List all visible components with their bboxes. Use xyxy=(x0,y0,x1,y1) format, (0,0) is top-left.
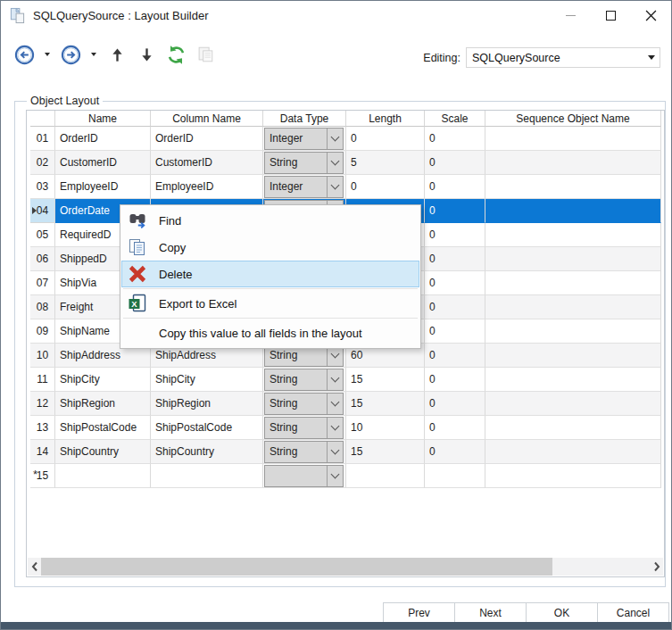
grid-cell-data-type[interactable]: Integer xyxy=(263,127,346,151)
grid-cell-sequence-object-name[interactable] xyxy=(485,319,661,344)
grid-cell-column-name[interactable]: ShipCountry xyxy=(151,440,263,464)
grid-cell-scale[interactable]: 0 xyxy=(425,344,485,368)
row-header[interactable]: 06 xyxy=(30,247,55,271)
table-row[interactable]: 11ShipCityShipCityString150 xyxy=(30,368,661,392)
grid-cell-sequence-object-name[interactable] xyxy=(485,295,661,319)
data-type-dropdown[interactable]: String xyxy=(264,441,344,463)
menu-item-find[interactable]: Find xyxy=(121,207,419,234)
grid-cell-column-name[interactable]: OrderID xyxy=(151,127,263,151)
grid-cell-sequence-object-name[interactable] xyxy=(485,199,661,223)
table-row[interactable]: 02CustomerIDCustomerIDString50 xyxy=(30,151,661,175)
horizontal-scrollbar[interactable] xyxy=(28,558,663,576)
row-header[interactable]: 09 xyxy=(30,319,55,344)
column-header-column-name[interactable]: Column Name xyxy=(151,111,263,127)
table-row[interactable]: 01OrderIDOrderIDInteger00 xyxy=(30,127,661,151)
grid-cell-scale[interactable]: 0 xyxy=(425,247,485,271)
grid-cell-name[interactable] xyxy=(55,464,151,488)
grid-cell-name[interactable]: CustomerID xyxy=(55,151,151,175)
grid-cell-sequence-object-name[interactable] xyxy=(485,392,661,416)
grid-cell-name[interactable]: EmployeeID xyxy=(55,175,151,199)
grid-cell-length[interactable]: 0 xyxy=(346,175,425,199)
scrollbar-track[interactable] xyxy=(41,558,650,576)
grid-cell-sequence-object-name[interactable] xyxy=(485,223,661,247)
chevron-down-icon[interactable] xyxy=(327,394,343,414)
grid-cell-sequence-object-name[interactable] xyxy=(485,440,661,464)
table-row[interactable]: 03EmployeeIDEmployeeIDInteger00 xyxy=(30,175,661,199)
grid-cell-column-name[interactable] xyxy=(151,464,263,488)
grid-cell-length[interactable]: 5 xyxy=(346,151,425,175)
editing-object-dropdown[interactable]: SQLQuerySource xyxy=(466,47,660,68)
grid-cell-scale[interactable]: 0 xyxy=(425,440,485,464)
grid-cell-name[interactable]: ShipPostalCode xyxy=(55,416,151,440)
grid-cell-column-name[interactable]: CustomerID xyxy=(151,151,263,175)
grid-cell-sequence-object-name[interactable] xyxy=(485,151,661,175)
row-header[interactable]: 14 xyxy=(30,440,55,464)
data-type-dropdown[interactable]: Integer xyxy=(264,128,344,150)
grid-cell-data-type[interactable]: String xyxy=(263,368,346,392)
next-button[interactable]: Next xyxy=(454,602,527,624)
menu-item-export-to-excel[interactable]: XExport to Excel xyxy=(121,290,419,317)
column-header-name[interactable]: Name xyxy=(55,111,151,127)
grid-cell-length[interactable]: 15 xyxy=(346,440,425,464)
grid-cell-sequence-object-name[interactable] xyxy=(485,127,661,151)
grid-cell-scale[interactable]: 0 xyxy=(425,223,485,247)
grid-cell-name[interactable]: ShipCountry xyxy=(55,440,151,464)
grid-cell-data-type[interactable]: String xyxy=(263,416,346,440)
table-row[interactable]: 13ShipPostalCodeShipPostalCodeString100 xyxy=(30,416,661,440)
grid-cell-scale[interactable]: 0 xyxy=(425,319,485,344)
grid-cell-scale[interactable]: 0 xyxy=(425,295,485,319)
row-header[interactable]: 01 xyxy=(30,127,55,151)
close-button[interactable] xyxy=(631,1,671,30)
chevron-down-icon[interactable] xyxy=(327,442,343,462)
grid-cell-name[interactable]: ShipRegion xyxy=(55,392,151,416)
forward-icon[interactable] xyxy=(60,44,81,65)
grid-cell-data-type[interactable]: String xyxy=(263,151,346,175)
grid-cell-scale[interactable]: 0 xyxy=(425,392,485,416)
data-type-dropdown[interactable]: String xyxy=(264,393,344,415)
grid-cell-data-type[interactable]: Integer xyxy=(263,175,346,199)
back-icon[interactable] xyxy=(13,44,35,65)
grid-cell-length[interactable]: 0 xyxy=(346,127,425,151)
grid-cell-length[interactable]: 15 xyxy=(346,392,425,416)
grid-cell-sequence-object-name[interactable] xyxy=(485,416,661,440)
column-header-row-header[interactable] xyxy=(30,111,55,127)
row-header[interactable]: 07 xyxy=(30,271,55,295)
titlebar[interactable]: SQLQuerySource : Layout Builder xyxy=(1,1,671,30)
grid-cell-column-name[interactable]: ShipPostalCode xyxy=(151,416,263,440)
row-header[interactable]: 04 xyxy=(30,199,55,223)
grid-cell-scale[interactable]: 0 xyxy=(425,127,485,151)
data-type-dropdown[interactable]: String xyxy=(264,369,344,391)
grid-cell-data-type[interactable]: String xyxy=(263,392,346,416)
move-down-icon[interactable] xyxy=(136,44,157,65)
grid-cell-scale[interactable]: 0 xyxy=(425,416,485,440)
menu-item-delete[interactable]: Delete xyxy=(121,261,419,287)
column-header-length[interactable]: Length xyxy=(346,111,425,127)
chevron-left-icon[interactable] xyxy=(28,558,41,576)
cancel-button[interactable]: Cancel xyxy=(597,602,669,624)
row-header[interactable]: 03 xyxy=(30,175,55,199)
ok-button[interactable]: OK xyxy=(526,602,598,624)
row-header[interactable]: 08 xyxy=(30,295,55,319)
row-header[interactable]: 12 xyxy=(30,392,55,416)
grid-cell-column-name[interactable]: ShipCity xyxy=(151,368,263,392)
grid-cell-scale[interactable]: 0 xyxy=(425,199,485,223)
data-type-dropdown[interactable]: String xyxy=(264,417,344,439)
row-header[interactable]: 05 xyxy=(30,223,55,247)
scrollbar-thumb[interactable] xyxy=(41,558,552,576)
chevron-right-icon[interactable] xyxy=(650,558,663,576)
menu-item-copy[interactable]: Copy xyxy=(121,234,419,261)
grid-cell-data-type[interactable] xyxy=(263,464,346,488)
forward-dropdown-icon[interactable] xyxy=(89,53,97,56)
column-header-data-type[interactable]: Data Type xyxy=(263,111,346,127)
column-header-sequence-object-name[interactable]: Sequence Object Name xyxy=(485,111,661,127)
minimize-button[interactable] xyxy=(551,1,591,30)
grid-cell-column-name[interactable]: EmployeeID xyxy=(151,175,263,199)
grid-cell-name[interactable]: OrderID xyxy=(55,127,151,151)
row-header[interactable]: *15 xyxy=(30,464,55,488)
chevron-down-icon[interactable] xyxy=(327,153,343,173)
grid-cell-scale[interactable]: 0 xyxy=(425,151,485,175)
row-header[interactable]: 02 xyxy=(30,151,55,175)
chevron-down-icon[interactable] xyxy=(643,48,660,67)
chevron-down-icon[interactable] xyxy=(327,418,343,438)
grid-cell-sequence-object-name[interactable] xyxy=(485,368,661,392)
